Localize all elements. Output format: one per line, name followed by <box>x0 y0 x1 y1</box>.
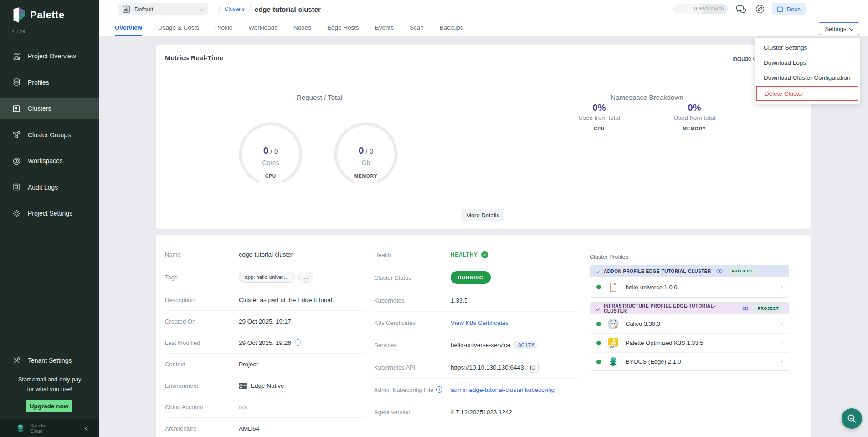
architecture-label: Architecture <box>165 425 239 432</box>
tab-edge-hosts[interactable]: Edge Hosts <box>327 18 359 36</box>
cluster-status-label: Cluster Status <box>374 274 451 281</box>
tab-profile[interactable]: Profile <box>215 18 232 36</box>
include-toggle-label[interactable]: Include C <box>732 55 757 62</box>
detail-row-kubernetes: Kubernetes 1.33.5 <box>374 289 578 312</box>
tags-label: Tags <box>165 274 239 281</box>
community-compass-icon[interactable] <box>755 4 765 14</box>
tab-scan[interactable]: Scan <box>410 18 424 36</box>
upgrade-now-button[interactable]: Upgrade now <box>26 400 72 412</box>
help-search-fab[interactable] <box>842 408 862 429</box>
pack-row-calico[interactable]: Calico 3.30.3 <box>590 314 789 333</box>
environment-value: Edge Native <box>251 382 284 389</box>
detail-row-environment: Environment Edge Native <box>165 375 365 396</box>
cloud-account-value: n/a <box>239 404 247 411</box>
breadcrumb-current: edge-tutorial-cluster <box>255 5 321 13</box>
tab-backups[interactable]: Backups <box>440 18 463 36</box>
info-icon[interactable]: i <box>295 339 301 346</box>
k8s-certificates-label: K8s Certificates <box>374 319 451 326</box>
spectro-cloud-wordmark: Spectro Cloud <box>30 423 46 434</box>
brand-logo[interactable]: Palette <box>10 6 65 24</box>
main-content: Metrics Real-Time Include C Request / To… <box>99 36 868 437</box>
edge-server-icon <box>239 382 247 389</box>
menu-item-download-cluster-configuration[interactable]: Download Cluster Configuration <box>755 70 860 85</box>
detail-row-modified: Last Modified 29 Oct 2025, 19:26 i <box>165 332 365 354</box>
sidebar-item-audit-logs[interactable]: Audit Logs <box>0 176 99 198</box>
project-scope-icon <box>123 5 130 13</box>
menu-item-delete-cluster[interactable]: Delete Cluster <box>757 87 858 100</box>
chat-icon[interactable] <box>735 5 747 14</box>
last-modified-label: Last Modified <box>165 339 239 346</box>
project-selector[interactable]: Default <box>118 3 208 15</box>
context-label: Context <box>165 361 239 368</box>
menu-item-download-logs[interactable]: Download Logs <box>755 55 860 70</box>
detail-row-health: Health HEALTHY ✓ <box>374 244 578 266</box>
kubernetes-value: 1.33.5 <box>451 297 468 304</box>
detail-row-kubernetes-api: Kubernetes API https://10.10.130.130:644… <box>374 356 578 379</box>
addon-profile-header[interactable]: ADDON PROFILE EDGE-TUTORIAL-CLUSTER PROJ… <box>590 265 789 277</box>
cloud-account-label: Cloud Account <box>165 404 239 411</box>
memory-used: 0 <box>359 145 364 155</box>
tab-overview[interactable]: Overview <box>115 18 142 36</box>
pack-name: Palette Optimized K3S 1.33.5 <box>626 339 704 346</box>
sidebar-item-project-overview[interactable]: Project Overview <box>0 45 99 67</box>
bar-chart-icon <box>12 52 21 61</box>
more-details-button[interactable]: More Details <box>461 209 504 221</box>
tab-events[interactable]: Events <box>375 18 394 36</box>
sidebar-item-label: Project Overview <box>28 52 76 60</box>
docs-button[interactable]: Docs <box>772 3 806 15</box>
tab-workloads[interactable]: Workloads <box>248 18 277 36</box>
app-version: 4.7.29 <box>12 29 25 34</box>
cluster-status-badge: RUNNING <box>451 271 491 284</box>
tag-chip[interactable]: app: hello-univer… <box>239 272 295 283</box>
view-k8s-certificates-link[interactable]: View K8s Certificates <box>451 319 508 326</box>
settings-dropdown-menu: Cluster Settings Download Logs Download … <box>755 38 860 104</box>
sidebar-collapse-icon[interactable] <box>85 426 90 431</box>
service-port-link[interactable]: :30176 <box>514 341 536 349</box>
sidebar-footer: Spectro Cloud <box>0 419 99 437</box>
kubeconfig-download-link[interactable]: admin.edge-tutorial-cluster.kubeconfig <box>451 386 555 393</box>
promo-line-1: Start small and only pay <box>0 375 99 384</box>
pack-row-byoos[interactable]: BYOOS (Edge) 2.1.0 <box>590 352 789 370</box>
sidebar-item-workspaces[interactable]: Workspaces <box>0 150 99 172</box>
pack-name: BYOOS (Edge) 2.1.0 <box>626 358 681 365</box>
namespace-cpu-label: CPU <box>554 126 645 131</box>
link-icon[interactable] <box>742 305 749 312</box>
pack-row-hello-universe[interactable]: hello-universe 1.0.0 <box>590 277 789 297</box>
chevron-right-icon <box>779 285 783 289</box>
detail-row-services: Services hello-universe-service :30176 <box>374 334 578 356</box>
menu-item-cluster-settings[interactable]: Cluster Settings <box>755 40 860 55</box>
context-value: Project <box>239 361 258 368</box>
tab-usage-costs[interactable]: Usage & Costs <box>158 18 199 36</box>
cpu-gauge-value: 0 / 0 <box>236 145 305 156</box>
metrics-realtime-card: Metrics Real-Time Include C Request / To… <box>156 45 811 229</box>
pack-row-k3s[interactable]: K3S Palette Optimized K3S 1.33.5 <box>590 333 789 352</box>
settings-button[interactable]: Settings <box>819 22 859 35</box>
memory-gauge: 0 / 0 Gb MEMORY <box>332 120 400 188</box>
sidebar-item-label: Audit Logs <box>28 184 58 191</box>
sidebar-item-project-settings[interactable]: Project Settings <box>0 202 99 224</box>
sidebar-item-clusters[interactable]: Clusters <box>0 98 99 119</box>
usage-meter-value: 0.86/100kCh <box>694 6 724 11</box>
k3s-pack-icon: K3S <box>607 337 619 349</box>
breadcrumb-clusters-link[interactable]: Clusters <box>225 6 245 12</box>
sidebar-item-cluster-groups[interactable]: Cluster Groups <box>0 124 99 146</box>
target-icon <box>12 157 21 165</box>
detail-row-kubeconfig: Admin Kubeconfig File i admin.edge-tutor… <box>374 379 578 401</box>
sidebar-item-tenant-settings[interactable]: Tenant Settings <box>0 350 99 371</box>
book-icon <box>777 6 783 13</box>
name-value: edge-tutorial-cluster <box>239 251 293 258</box>
services-value: hello-universe-service <box>451 342 510 349</box>
metrics-vertical-divider <box>483 72 483 204</box>
infrastructure-profile-header[interactable]: INFRASTRUCTURE PROFILE EDGE-TUTORIAL-CLU… <box>590 303 789 314</box>
info-icon[interactable]: i <box>436 386 442 393</box>
sidebar: Palette 4.7.29 Project Overview Profiles <box>0 0 99 437</box>
copy-icon[interactable] <box>528 362 539 373</box>
tag-more-chip[interactable]: … <box>298 272 314 283</box>
sidebar-item-profiles[interactable]: Profiles <box>0 72 99 93</box>
link-icon[interactable] <box>716 267 723 275</box>
pack-name: hello-universe 1.0.0 <box>626 284 677 291</box>
topbar-actions: 0.86/100kCh Docs <box>673 3 868 15</box>
cluster-tabs-bar: Overview Usage & Costs Profile Workloads… <box>99 18 868 36</box>
tab-nodes[interactable]: Nodes <box>293 18 311 36</box>
cluster-tabs: Overview Usage & Costs Profile Workloads… <box>99 18 868 36</box>
